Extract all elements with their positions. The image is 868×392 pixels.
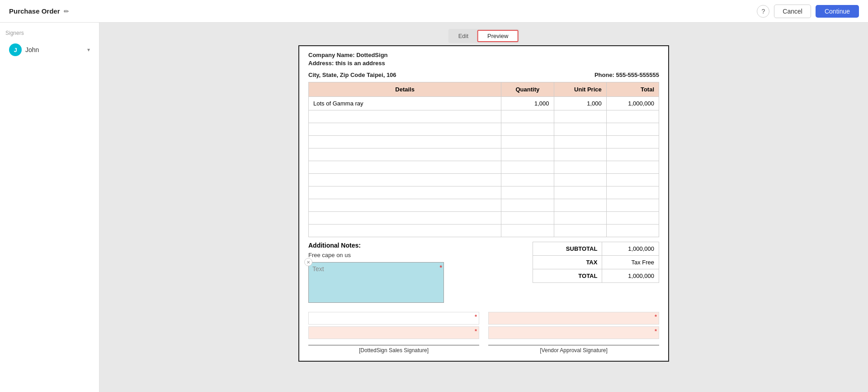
cell-details [309, 199, 501, 212]
cell-details [309, 225, 501, 237]
preview-tab[interactable]: Preview [477, 30, 518, 42]
cell-quantity [501, 199, 554, 212]
table-row: Lots of Gamma ray 1,000 1,000 1,000,000 [309, 97, 659, 110]
cell-details [309, 186, 501, 199]
cell-unit-price [554, 174, 606, 186]
page-title: Purchase Order [9, 7, 60, 15]
sidebar: Signers J John ▾ [0, 23, 99, 392]
cell-quantity [501, 148, 554, 161]
cell-total [606, 123, 659, 136]
cell-unit-price [554, 212, 606, 225]
dottedsign-sig-block: * * [DottedSign Sales Signature] [308, 312, 479, 354]
cell-total [606, 174, 659, 186]
cell-details [309, 174, 501, 186]
total-label: TOTAL [533, 269, 602, 283]
edit-title-icon[interactable]: ✏ [64, 8, 69, 15]
phone-line: Phone: 555-555-555555 [594, 72, 659, 78]
cell-unit-price [554, 148, 606, 161]
help-button[interactable]: ? [757, 5, 769, 18]
table-row [309, 199, 659, 212]
address-line: Address: this is an address [308, 60, 659, 67]
col-unit-price: Unit Price [554, 82, 606, 97]
subtotal-label: SUBTOTAL [533, 242, 602, 256]
layout: Signers J John ▾ Edit Preview Company Na… [0, 23, 868, 392]
topbar-left: Purchase Order ✏ [9, 7, 69, 15]
cell-quantity [501, 161, 554, 174]
tax-label: TAX [533, 256, 602, 269]
cell-total [606, 225, 659, 237]
city-value: Taipei, 106 [367, 72, 396, 78]
cell-unit-price [554, 136, 606, 148]
cell-quantity: 1,000 [501, 97, 554, 110]
cell-total [606, 161, 659, 174]
cell-unit-price [554, 123, 606, 136]
field-edit-icon[interactable]: ✕ [304, 258, 312, 266]
cell-unit-price [554, 161, 606, 174]
signature-area: * * [DottedSign Sales Signature] [308, 312, 659, 354]
company-name-line: Company Name: DottedSign [308, 52, 659, 58]
totals-table: SUBTOTAL 1,000,000 TAX Tax Free TOTAL 1,… [533, 242, 659, 283]
cell-details [309, 148, 501, 161]
notes-title: Additional Notes: [308, 242, 528, 249]
cell-total [606, 148, 659, 161]
cell-details [309, 212, 501, 225]
cell-quantity [501, 136, 554, 148]
cell-quantity [501, 110, 554, 123]
topbar: Purchase Order ✏ ? Cancel Continue [0, 0, 868, 23]
table-row [309, 110, 659, 123]
cell-details [309, 161, 501, 174]
col-quantity: Quantity [501, 82, 554, 97]
doc-info-row: City, State, Zip Code Taipei, 106 Phone:… [299, 72, 668, 82]
phone-label: Phone: [594, 72, 614, 78]
topbar-right: ? Cancel Continue [757, 5, 859, 18]
notes-text: Free cape on us [308, 252, 528, 258]
col-total: Total [606, 82, 659, 97]
cell-total: 1,000,000 [606, 97, 659, 110]
cell-total [606, 186, 659, 199]
table-row [309, 136, 659, 148]
table-row [309, 161, 659, 174]
cell-quantity [501, 186, 554, 199]
sig1-asterisk2: * [475, 328, 477, 335]
table-row [309, 174, 659, 186]
notes-section: Additional Notes: Free cape on us ✕ Text… [308, 237, 533, 307]
sig1-asterisk1: * [475, 313, 477, 320]
tax-value: Tax Free [602, 256, 659, 269]
required-asterisk: * [440, 264, 442, 271]
edit-preview-toggle: Edit Preview [448, 29, 519, 43]
cell-unit-price [554, 225, 606, 237]
city-label: City, State, Zip Code [308, 72, 365, 78]
doc-header-info: Company Name: DottedSign Address: this i… [299, 46, 668, 72]
signers-label: Signers [5, 30, 94, 36]
text-input-field[interactable]: ✕ Text * [308, 262, 444, 303]
cell-details [309, 136, 501, 148]
document: Company Name: DottedSign Address: this i… [298, 45, 669, 362]
po-table: Details Quantity Unit Price Total Lots o… [308, 82, 659, 237]
avatar: J [9, 43, 22, 56]
cell-unit-price: 1,000 [554, 97, 606, 110]
cell-total [606, 199, 659, 212]
sig2-asterisk2: * [655, 328, 657, 335]
cell-details: Lots of Gamma ray [309, 97, 501, 110]
cell-quantity [501, 174, 554, 186]
vendor-sig-block: * * [Vendor Approval Signature] [488, 312, 659, 354]
signer-left: J John [9, 43, 39, 56]
totals-section: SUBTOTAL 1,000,000 TAX Tax Free TOTAL 1,… [533, 237, 659, 307]
bottom-section: Additional Notes: Free cape on us ✕ Text… [308, 237, 659, 307]
phone-value: 555-555-555555 [616, 72, 659, 78]
subtotal-value: 1,000,000 [602, 242, 659, 256]
edit-tab[interactable]: Edit [449, 30, 477, 42]
cell-details [309, 123, 501, 136]
company-name-label: Company Name: [308, 52, 355, 58]
cell-total [606, 110, 659, 123]
cell-total [606, 136, 659, 148]
address-value: this is an address [335, 60, 385, 67]
dottedsign-sig-label: [DottedSign Sales Signature] [359, 347, 429, 354]
cancel-button[interactable]: Cancel [774, 5, 811, 18]
address-label: Address: [308, 60, 334, 67]
cell-details [309, 110, 501, 123]
table-row [309, 123, 659, 136]
continue-button[interactable]: Continue [816, 5, 859, 18]
signer-name: John [25, 46, 39, 53]
signer-item[interactable]: J John ▾ [5, 41, 94, 59]
